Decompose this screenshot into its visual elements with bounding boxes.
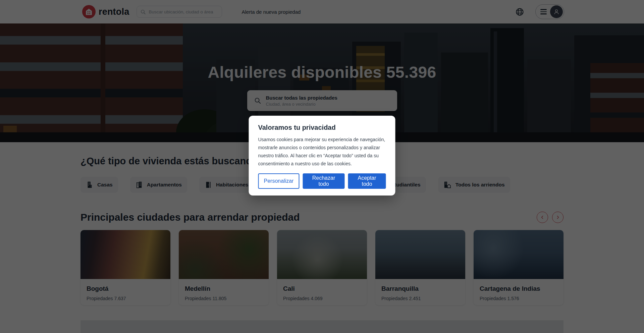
- customize-button[interactable]: Personalizar: [258, 173, 300, 189]
- cookie-consent-dialog: Valoramos tu privacidad Usamos cookies p…: [249, 116, 395, 196]
- cookie-dialog-title: Valoramos tu privacidad: [258, 124, 386, 131]
- reject-all-button[interactable]: Rechazar todo: [303, 173, 344, 189]
- cookie-dialog-body: Usamos cookies para mejorar su experienc…: [258, 135, 386, 168]
- cookie-dialog-actions: Personalizar Rechazar todo Aceptar todo: [258, 173, 386, 189]
- accept-all-button[interactable]: Aceptar todo: [348, 173, 386, 189]
